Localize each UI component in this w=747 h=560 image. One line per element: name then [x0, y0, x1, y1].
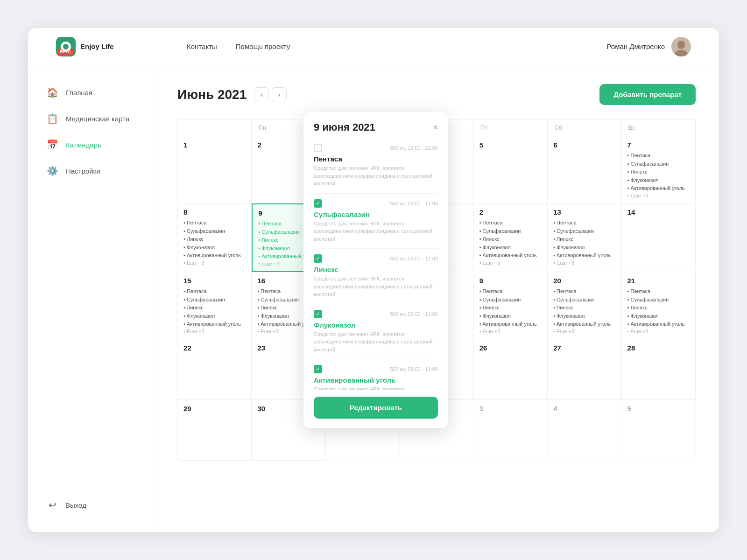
med-name-4: Флуконазол: [314, 321, 438, 329]
popup-med-item-5: ✓ 500 мг, 09:00 - 11:00 Активированный у…: [314, 359, 438, 390]
settings-icon: ⚙️: [47, 165, 58, 176]
svg-point-1: [677, 41, 685, 49]
popup-title: 9 июня 2021: [314, 121, 375, 133]
cal-cell-w5-o5[interactable]: 5: [622, 400, 696, 461]
medical-icon: 📋: [47, 113, 58, 124]
medication-popup: 9 июня 2021 × 500 мг, 19:00 - 21:00 Пент…: [303, 112, 448, 428]
home-icon: 🏠: [47, 87, 58, 98]
med-checkbox-1[interactable]: [314, 144, 322, 152]
cal-cell-w1-6[interactable]: 6: [548, 136, 621, 203]
med-time-5: 500 мг, 09:00 - 11:00: [390, 366, 438, 372]
top-nav: BETA Enjoy Life Контакты Помощь проекту …: [28, 28, 719, 65]
next-month-button[interactable]: ›: [272, 87, 287, 102]
user-name-label: Роман Дмитренко: [606, 42, 665, 50]
calendar-nav-arrows: ‹ ›: [254, 87, 287, 102]
nav-link-contacts[interactable]: Контакты: [187, 42, 217, 50]
cal-cell-w4-26[interactable]: 26: [474, 339, 548, 400]
med-checkbox-5[interactable]: ✓: [314, 365, 322, 373]
popup-edit-button[interactable]: Редактировать: [314, 397, 438, 419]
med-name-2: Сульфасалазин: [314, 210, 438, 218]
popup-med-item-3: ✓ 500 мг, 09:00 - 11:00 Линекс Средство …: [314, 249, 438, 304]
sidebar-item-settings[interactable]: ⚙️ Настройки: [28, 158, 154, 184]
med-desc-3: Средство для лечения НЯК, является азосо…: [314, 275, 438, 298]
med-time-4: 500 мг, 09:00 - 11:00: [390, 311, 438, 317]
popup-med-item-1: 500 мг, 19:00 - 21:00 Пентаса Средство д…: [314, 138, 438, 194]
user-avatar: [671, 37, 691, 56]
popup-med-item-2: ✓ 500 мг, 09:00 - 11:00 Сульфасалазин Ср…: [314, 194, 438, 249]
popup-close-button[interactable]: ×: [433, 123, 438, 133]
nav-link-help[interactable]: Помощь проекту: [236, 42, 290, 50]
med-name-3: Линекс: [314, 266, 438, 273]
sidebar: 🏠 Главная 📋 Медицинская карта 📅 Календар…: [28, 65, 154, 532]
popup-footer: Редактировать: [303, 390, 448, 428]
popup-body: 500 мг, 19:00 - 21:00 Пентаса Средство д…: [303, 138, 448, 390]
nav-links: Контакты Помощь проекту: [187, 42, 290, 50]
med-name-5: Активированный уголь: [314, 376, 438, 384]
cal-cell-w4-22[interactable]: 22: [178, 339, 252, 400]
add-medication-button[interactable]: Добавить препарат: [599, 84, 696, 105]
med-time-1: 500 мг, 19:00 - 21:00: [390, 145, 438, 151]
logout-icon: ↩: [47, 499, 58, 511]
logo-icon: BETA: [56, 37, 76, 56]
cal-cell-w3-20[interactable]: 20 • Пентаса • Сульфасалазин • Линекс • …: [548, 272, 621, 339]
sidebar-label-logout: Выход: [65, 501, 86, 509]
prev-month-button[interactable]: ‹: [254, 87, 269, 102]
sidebar-label-medical: Медицинская карта: [66, 115, 129, 123]
calendar-title-area: Июнь 2021 ‹ ›: [177, 87, 287, 102]
main-layout: 🏠 Главная 📋 Медицинская карта 📅 Календар…: [28, 65, 719, 532]
sidebar-item-calendar[interactable]: 📅 Календарь: [28, 132, 154, 158]
sidebar-item-medical[interactable]: 📋 Медицинская карта: [28, 105, 154, 132]
cal-cell-w5-o3[interactable]: 3: [474, 400, 548, 461]
cal-cell-w1-7[interactable]: 7 • Пентаса • Сульфасалазин • Линекс • Ф…: [622, 136, 696, 203]
med-checkbox-3[interactable]: ✓: [314, 254, 322, 263]
med-desc-4: Средство для лечения НЯК, является азосо…: [314, 330, 438, 354]
dow-header-fri: Пт: [474, 119, 548, 136]
med-desc-2: Средство для лечения НЯК, является азосо…: [314, 220, 438, 243]
top-user: Роман Дмитренко: [606, 37, 691, 56]
med-checkbox-2[interactable]: ✓: [314, 199, 322, 208]
cal-cell-w3-15[interactable]: 15 • Пентаса • Сульфасалазин • Линекс • …: [178, 272, 252, 339]
med-time-2: 500 мг, 09:00 - 11:00: [390, 201, 438, 206]
cal-cell-w5-29[interactable]: 29: [178, 400, 252, 461]
dow-header-sat: Сб: [548, 119, 621, 136]
calendar-month-title: Июнь 2021: [177, 87, 247, 102]
med-time-3: 500 мг, 09:00 - 11:00: [390, 256, 438, 261]
app-window: BETA Enjoy Life Контакты Помощь проекту …: [28, 28, 719, 532]
sidebar-label-home: Главная: [66, 89, 92, 97]
cal-cell-w2-12[interactable]: 2 • Пентаса • Сульфасалазин • Линекс • Ф…: [474, 203, 548, 272]
med-desc-1: Средство для лечения НЯК, является азосо…: [314, 164, 438, 188]
dow-header-sun: Вс: [622, 119, 696, 136]
popup-med-item-4: ✓ 500 мг, 09:00 - 11:00 Флуконазол Средс…: [314, 304, 438, 360]
cal-cell-w4-27[interactable]: 27: [548, 339, 621, 400]
sidebar-item-home[interactable]: 🏠 Главная: [28, 79, 154, 105]
sidebar-label-calendar: Календарь: [66, 141, 101, 149]
cal-cell-w2-14[interactable]: 14: [622, 203, 696, 272]
med-name-1: Пентаса: [314, 155, 438, 163]
dow-header-1: [178, 119, 252, 136]
popup-header: 9 июня 2021 ×: [303, 112, 448, 138]
cal-cell-w3-19[interactable]: 9 • Пентаса • Сульфасалазин • Линекс • Ф…: [474, 272, 548, 339]
cal-cell-w3-21[interactable]: 21 • Пентаса • Сульфасалазин • Линекс • …: [622, 272, 696, 339]
content-area: Июнь 2021 ‹ › Добавить препарат Пн Вт Пт…: [154, 65, 719, 532]
calendar-icon: 📅: [47, 139, 58, 150]
calendar-header: Июнь 2021 ‹ › Добавить препарат: [177, 84, 696, 105]
logo-title: Enjoy Life: [80, 42, 114, 51]
cal-cell-w4-28[interactable]: 28: [622, 339, 696, 400]
cal-cell-w1-1[interactable]: 1: [178, 136, 252, 203]
sidebar-item-logout[interactable]: ↩ Выход: [28, 492, 154, 518]
cal-cell-w2-13[interactable]: 13 • Пентаса • Сульфасалазин • Линекс • …: [548, 203, 621, 272]
med-checkbox-4[interactable]: ✓: [314, 310, 322, 318]
sidebar-label-settings: Настройки: [66, 167, 100, 175]
logo-area: BETA Enjoy Life: [56, 37, 149, 56]
med-desc-5: Средство для лечения НЯК, является азосо…: [314, 385, 438, 390]
cal-cell-w5-o4[interactable]: 4: [548, 400, 621, 461]
cal-cell-w2-8[interactable]: 8 • Пентаса • Сульфасалазин • Линекс • Ф…: [178, 203, 252, 272]
cal-cell-w1-5[interactable]: 5: [474, 136, 548, 203]
